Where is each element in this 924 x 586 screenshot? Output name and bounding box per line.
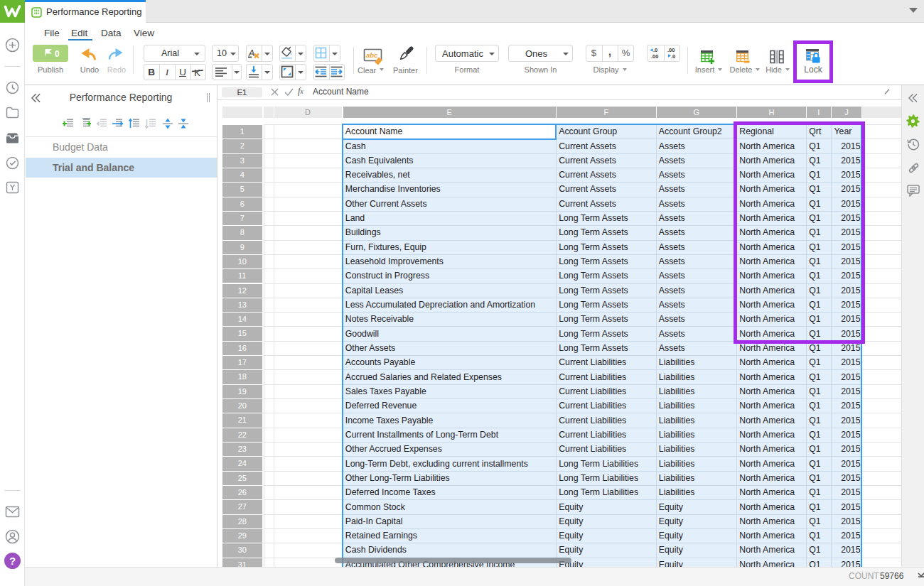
svg-text:.0: .0 (653, 47, 657, 53)
svg-text:K: K (194, 67, 200, 78)
svg-text:0: 0 (55, 49, 60, 59)
svg-text:.00: .00 (651, 53, 658, 60)
svg-text:abc: abc (366, 51, 378, 59)
svg-text:.0: .0 (671, 53, 675, 60)
svg-text:.00: .00 (667, 47, 675, 53)
